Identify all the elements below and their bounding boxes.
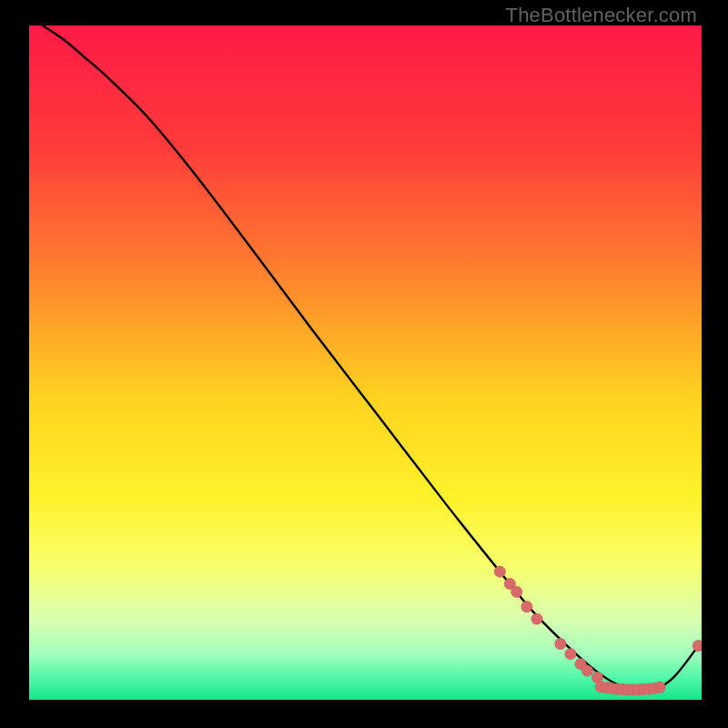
- data-point: [531, 613, 542, 624]
- chart-stage: TheBottlenecker.com: [0, 0, 728, 728]
- plot-svg: [29, 25, 702, 700]
- watermark-text: TheBottlenecker.com: [506, 4, 697, 27]
- gradient-background: [29, 25, 702, 700]
- data-point: [693, 641, 702, 652]
- data-point: [565, 648, 576, 659]
- data-point: [581, 665, 592, 676]
- data-point: [511, 586, 522, 597]
- plot-area: [29, 25, 702, 700]
- data-point: [521, 602, 532, 612]
- data-point: [494, 566, 505, 577]
- data-point: [654, 682, 665, 693]
- data-point: [555, 638, 566, 649]
